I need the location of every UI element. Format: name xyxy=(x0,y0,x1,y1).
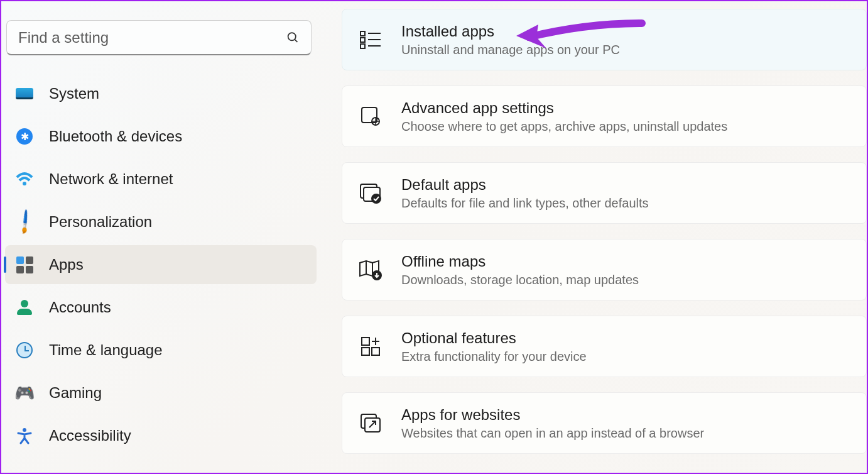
accessibility-icon xyxy=(15,426,34,445)
svg-rect-4 xyxy=(361,31,365,36)
sidebar-item-label: Accounts xyxy=(49,299,111,316)
sidebar-item-network[interactable]: Network & internet xyxy=(5,160,317,199)
svg-rect-20 xyxy=(372,348,379,355)
card-title: Apps for websites xyxy=(401,406,704,424)
window-check-icon xyxy=(357,180,384,206)
sidebar-item-bluetooth[interactable]: ✱ Bluetooth & devices xyxy=(5,117,317,156)
sidebar: System ✱ Bluetooth & devices Network & i… xyxy=(1,1,322,473)
sidebar-item-gaming[interactable]: 🎮 Gaming xyxy=(5,373,317,412)
card-offline-maps[interactable]: Offline maps Downloads, storage location… xyxy=(342,239,867,300)
svg-rect-19 xyxy=(362,348,369,355)
list-grid-icon xyxy=(357,26,384,53)
sidebar-item-system[interactable]: System xyxy=(5,74,317,113)
search-icon xyxy=(286,31,300,45)
window-arrow-icon xyxy=(357,410,384,436)
svg-point-0 xyxy=(288,33,296,40)
wifi-icon xyxy=(15,170,34,189)
card-subtitle: Uninstall and manage apps on your PC xyxy=(401,43,620,57)
bluetooth-icon: ✱ xyxy=(15,127,34,146)
svg-rect-18 xyxy=(362,338,369,345)
svg-rect-6 xyxy=(361,44,365,48)
sidebar-item-label: System xyxy=(49,85,99,102)
card-subtitle: Choose where to get apps, archive apps, … xyxy=(401,119,727,134)
card-apps-for-websites[interactable]: Apps for websites Websites that can open… xyxy=(342,392,867,454)
sidebar-item-apps[interactable]: Apps xyxy=(5,245,317,284)
sidebar-item-label: Network & internet xyxy=(49,170,173,188)
map-download-icon xyxy=(357,256,384,283)
card-title: Optional features xyxy=(401,329,587,347)
grid-plus-icon xyxy=(357,333,384,360)
svg-point-3 xyxy=(23,428,26,432)
card-subtitle: Websites that can open in an app instead… xyxy=(401,426,704,441)
app-gear-icon xyxy=(357,103,384,130)
sidebar-item-accounts[interactable]: Accounts xyxy=(5,288,317,327)
sidebar-item-personalization[interactable]: 🖌️ Personalization xyxy=(5,202,317,241)
card-title: Installed apps xyxy=(401,23,620,40)
svg-rect-10 xyxy=(362,107,377,123)
main-content: Installed apps Uninstall and manage apps… xyxy=(322,1,867,473)
svg-line-1 xyxy=(295,39,297,41)
card-optional-features[interactable]: Optional features Extra functionality fo… xyxy=(342,316,867,377)
search-box[interactable] xyxy=(6,20,312,55)
sidebar-item-label: Bluetooth & devices xyxy=(49,128,182,145)
sidebar-item-time[interactable]: Time & language xyxy=(5,331,317,370)
paintbrush-icon: 🖌️ xyxy=(11,209,38,235)
sidebar-item-accessibility[interactable]: Accessibility xyxy=(5,416,317,455)
clock-globe-icon xyxy=(15,341,34,360)
card-installed-apps[interactable]: Installed apps Uninstall and manage apps… xyxy=(342,9,867,70)
sidebar-item-label: Personalization xyxy=(49,213,152,231)
svg-point-2 xyxy=(23,182,26,185)
sidebar-item-label: Time & language xyxy=(49,341,163,359)
svg-point-14 xyxy=(372,194,381,203)
person-icon xyxy=(15,298,34,317)
card-advanced-app-settings[interactable]: Advanced app settings Choose where to ge… xyxy=(342,85,867,147)
sidebar-item-label: Apps xyxy=(49,256,84,273)
card-title: Advanced app settings xyxy=(401,99,727,117)
sidebar-item-label: Gaming xyxy=(49,384,102,402)
search-input[interactable] xyxy=(18,29,286,47)
card-subtitle: Defaults for file and link types, other … xyxy=(401,196,649,211)
svg-rect-5 xyxy=(361,38,365,42)
system-icon xyxy=(15,84,34,103)
card-subtitle: Downloads, storage location, map updates xyxy=(401,273,639,287)
card-subtitle: Extra functionality for your device xyxy=(401,350,587,364)
sidebar-nav: System ✱ Bluetooth & devices Network & i… xyxy=(5,74,317,455)
card-title: Default apps xyxy=(401,176,649,194)
card-default-apps[interactable]: Default apps Defaults for file and link … xyxy=(342,162,867,224)
sidebar-item-label: Accessibility xyxy=(49,427,131,444)
gamepad-icon: 🎮 xyxy=(15,383,34,402)
apps-grid-icon xyxy=(15,255,34,274)
card-title: Offline maps xyxy=(401,253,639,270)
